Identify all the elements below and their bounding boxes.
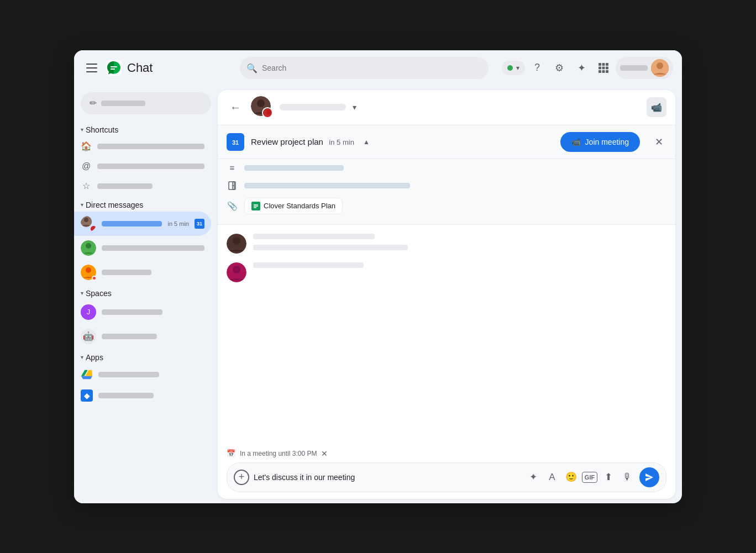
sidebar-item-mentions[interactable]: @ <box>74 156 211 176</box>
compose-tools: ✦ A 🙂 GIF ⬆ 🎙 <box>526 470 635 485</box>
text-format-icon[interactable]: A <box>544 470 560 485</box>
svg-point-31 <box>233 185 234 186</box>
meeting-banner: 31 Review project plan in 5 min ▲ 📹 Join… <box>218 125 675 159</box>
svg-point-39 <box>233 266 240 273</box>
gemini-icon[interactable]: ✦ <box>571 58 591 78</box>
close-banner-button[interactable]: ✕ <box>651 134 666 150</box>
sidebar-item-starred[interactable]: ☆ <box>74 176 211 196</box>
body: ✏ ▾ Shortcuts 🏠 @ ☆ ▾ <box>74 86 682 503</box>
mentions-item-label <box>97 164 204 169</box>
home-icon: 🏠 <box>81 141 92 152</box>
notification-dot <box>92 276 97 281</box>
chat-avatars <box>251 96 273 118</box>
apps-icon[interactable] <box>594 58 613 78</box>
shortcuts-label: Shortcuts <box>86 125 118 134</box>
dm-avatar-active <box>81 216 96 231</box>
help-icon[interactable]: ? <box>527 58 547 78</box>
chat-name-chevron[interactable]: ▾ <box>353 103 356 112</box>
compose-input[interactable] <box>254 473 521 482</box>
settings-icon[interactable]: ⚙ <box>549 58 569 78</box>
svg-rect-34 <box>254 206 258 207</box>
banner-detail-row2 <box>227 177 666 194</box>
active-dm-name <box>102 221 162 227</box>
space-j-avatar: J <box>81 304 96 320</box>
svg-text:31: 31 <box>232 139 239 146</box>
status-dot <box>507 65 513 71</box>
emoji-icon[interactable]: 🙂 <box>563 470 579 485</box>
join-meeting-button[interactable]: 📹 Join meeting <box>560 132 640 152</box>
calendar-small-icon: 📅 <box>227 449 235 457</box>
chat-avatar-secondary <box>262 107 273 118</box>
sidebar-item-space-j[interactable]: J <box>74 300 211 324</box>
spaces-section-header[interactable]: ▾ Spaces <box>74 285 218 300</box>
msg-line-2a <box>253 262 364 268</box>
dm3-name <box>102 270 151 275</box>
meeting-status-text: In a meeting until 3:00 PM <box>240 450 317 457</box>
shortcuts-section-header[interactable]: ▾ Shortcuts <box>74 121 218 136</box>
user-avatar <box>651 59 669 77</box>
search-bar: 🔍 <box>240 57 489 79</box>
new-chat-button[interactable]: ✏ <box>81 92 211 114</box>
paperclip-icon: 📎 <box>227 201 238 212</box>
status-pill[interactable]: ▾ <box>502 61 525 75</box>
at-icon: @ <box>81 161 92 172</box>
search-input[interactable] <box>240 57 489 79</box>
starred-item-label <box>97 183 153 189</box>
sidebar-item-drive[interactable] <box>74 364 211 385</box>
user-avatar-chip[interactable] <box>616 57 673 79</box>
gif-icon[interactable]: GIF <box>582 472 597 483</box>
mic-icon[interactable]: 🎙 <box>620 470 635 485</box>
sidebar-item-dm3[interactable] <box>74 260 211 285</box>
shortcuts-chevron: ▾ <box>81 127 83 133</box>
user-name-placeholder <box>620 65 648 71</box>
banner-detail-text1 <box>244 165 344 171</box>
svg-rect-9 <box>599 70 601 73</box>
send-button[interactable] <box>639 467 659 487</box>
sparkle-icon[interactable]: ✦ <box>526 470 541 485</box>
apps-label: Apps <box>86 353 103 362</box>
sheets-icon <box>251 202 260 210</box>
dm2-name <box>102 245 204 251</box>
chat-logo <box>105 59 123 77</box>
banner-attachment-row: 📎 Clover Standards Plan <box>227 194 666 218</box>
banner-expand-chevron[interactable]: ▲ <box>363 138 370 146</box>
app-window: Chat 🔍 ▾ ? ⚙ ✦ <box>74 50 682 503</box>
drive-app-name <box>98 372 159 377</box>
sidebar-item-home[interactable]: 🏠 <box>74 136 211 156</box>
dm-chevron: ▾ <box>81 202 83 208</box>
direct-messages-section-header[interactable]: ▾ Direct messages <box>74 196 218 212</box>
sidebar-item-active-dm[interactable]: in 5 min 31 <box>74 212 211 236</box>
sidebar-item-diamond-app[interactable]: ◆ <box>74 385 211 406</box>
diamond-app-name <box>98 393 154 398</box>
meeting-status-close-button[interactable]: ✕ <box>321 449 328 458</box>
svg-rect-4 <box>602 63 605 66</box>
messages-area <box>218 225 675 443</box>
apps-section-header[interactable]: ▾ Apps <box>74 349 218 364</box>
topbar: Chat 🔍 ▾ ? ⚙ ✦ <box>74 50 682 86</box>
svg-rect-5 <box>606 63 608 66</box>
banner-content: Review project plan in 5 min <box>251 137 354 147</box>
search-icon: 🔍 <box>246 62 258 73</box>
svg-rect-3 <box>599 63 601 66</box>
attachment-file[interactable]: Clover Standards Plan <box>244 198 343 214</box>
svg-point-37 <box>233 237 240 245</box>
attachment-filename: Clover Standards Plan <box>264 202 335 210</box>
video-call-button[interactable]: 📹 <box>647 97 666 117</box>
menu-icon[interactable] <box>83 59 101 77</box>
banner-time: in 5 min <box>329 138 354 146</box>
svg-rect-8 <box>606 66 608 69</box>
chat-name-placeholder <box>280 104 346 110</box>
compose-area: 📅 In a meeting until 3:00 PM ✕ + ✦ A 🙂 G… <box>218 443 675 499</box>
svg-rect-10 <box>602 70 605 73</box>
upload-icon[interactable]: ⬆ <box>601 470 616 485</box>
spaces-chevron: ▾ <box>81 290 83 296</box>
back-button[interactable]: ← <box>227 98 244 116</box>
msg-avatar-2 <box>227 262 246 282</box>
add-attachment-button[interactable]: + <box>234 470 249 485</box>
svg-point-16 <box>91 226 96 231</box>
message-row-1 <box>227 234 666 254</box>
chat-header: ← ▾ 📹 <box>218 90 675 125</box>
sidebar-item-space-bot[interactable]: 🤖 <box>74 324 211 349</box>
sidebar-item-dm2[interactable] <box>74 236 211 260</box>
spaces-label: Spaces <box>86 289 112 298</box>
